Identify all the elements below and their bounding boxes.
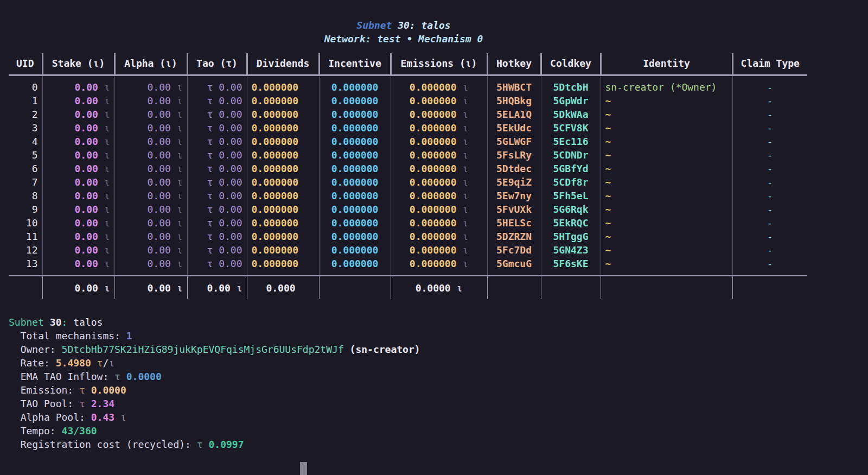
cell-claim-type: -: [732, 107, 807, 121]
cell-coldkey: 5CDf8r: [541, 175, 601, 189]
cell-emissions: 0.000000 ι: [391, 257, 487, 276]
cell-coldkey: 5HTggG: [541, 230, 601, 243]
total-hotkey: [487, 276, 541, 299]
cell-dividends: 0.000000: [247, 202, 319, 216]
subnet-summary: Subnet 30: talos Total mechanisms: 1 Own…: [9, 315, 868, 451]
cell-dividends: 0.000000: [247, 107, 319, 121]
terminal-cursor[interactable]: [300, 462, 307, 475]
cell-coldkey: 5GpWdr: [541, 94, 601, 107]
cell-coldkey: 5Fh5eL: [541, 189, 601, 202]
cell-incentive: 0.000000: [319, 75, 391, 94]
cell-hotkey: 5ELA1Q: [487, 107, 541, 121]
cell-tao: τ 0.00: [187, 148, 247, 162]
cell-coldkey: 5F6sKE: [541, 257, 601, 276]
cell-alpha: 0.00 ι: [114, 230, 187, 243]
cell-stake: 0.00 ι: [42, 175, 114, 189]
cell-emissions: 0.000000 ι: [391, 230, 487, 243]
cell-tao: τ 0.00: [187, 121, 247, 135]
total-uid: [9, 276, 42, 299]
cell-identity: ~: [601, 189, 732, 202]
cell-incentive: 0.000000: [319, 135, 391, 148]
cell-incentive: 0.000000: [319, 107, 391, 121]
cell-stake: 0.00 ι: [42, 189, 114, 202]
cell-uid: 11: [9, 230, 42, 243]
cell-hotkey: 5Fc7Dd: [487, 243, 541, 257]
cell-dividends: 0.000000: [247, 94, 319, 107]
total-dividends: 0.000: [247, 276, 319, 299]
cell-incentive: 0.000000: [319, 148, 391, 162]
cell-uid: 13: [9, 257, 42, 276]
cell-dividends: 0.000000: [247, 189, 319, 202]
cell-stake: 0.00 ι: [42, 230, 114, 243]
total-stake: 0.00 ι: [42, 276, 114, 299]
cell-emissions: 0.000000 ι: [391, 202, 487, 216]
table-row: 100.00 ι0.00 ιτ 0.000.0000000.0000000.00…: [9, 216, 807, 230]
cell-tao: τ 0.00: [187, 94, 247, 107]
cell-incentive: 0.000000: [319, 162, 391, 175]
cell-claim-type: -: [732, 148, 807, 162]
cell-tao: τ 0.00: [187, 257, 247, 276]
cell-identity: ~: [601, 94, 732, 107]
column-header-tao: Tao (τ): [187, 53, 247, 75]
cell-coldkey: 5CDNDr: [541, 148, 601, 162]
cell-uid: 12: [9, 243, 42, 257]
cell-incentive: 0.000000: [319, 202, 391, 216]
cell-hotkey: 5GLWGF: [487, 135, 541, 148]
table-row: 40.00 ι0.00 ιτ 0.000.0000000.0000000.000…: [9, 135, 807, 148]
cell-alpha: 0.00 ι: [114, 121, 187, 135]
column-header-hotkey: Hotkey: [487, 53, 541, 75]
cell-emissions: 0.000000 ι: [391, 94, 487, 107]
cell-claim-type: -: [732, 202, 807, 216]
table-row: 80.00 ι0.00 ιτ 0.000.0000000.0000000.000…: [9, 189, 807, 202]
cell-identity: ~: [601, 121, 732, 135]
cell-alpha: 0.00 ι: [114, 202, 187, 216]
cell-coldkey: 5Ec116: [541, 135, 601, 148]
cell-alpha: 0.00 ι: [114, 175, 187, 189]
cell-tao: τ 0.00: [187, 107, 247, 121]
cell-identity: sn-creator (*Owner): [601, 75, 732, 94]
table-row: 30.00 ι0.00 ιτ 0.000.0000000.0000000.000…: [9, 121, 807, 135]
cell-claim-type: -: [732, 135, 807, 148]
cell-incentive: 0.000000: [319, 121, 391, 135]
summary-line-ema-tao-inflow: EMA TAO Inflow: τ 0.0000: [9, 370, 868, 383]
cell-coldkey: 5EkRQC: [541, 216, 601, 230]
cell-dividends: 0.000000: [247, 216, 319, 230]
terminal-screen[interactable]: Subnet 30: talos Network: test • Mechani…: [0, 0, 868, 475]
column-header-uid: UID: [9, 53, 42, 75]
cell-tao: τ 0.00: [187, 202, 247, 216]
cell-stake: 0.00 ι: [42, 135, 114, 148]
table-row: 20.00 ι0.00 ιτ 0.000.0000000.0000000.000…: [9, 107, 807, 121]
cell-emissions: 0.000000 ι: [391, 189, 487, 202]
cell-stake: 0.00 ι: [42, 162, 114, 175]
cell-dividends: 0.000000: [247, 243, 319, 257]
cell-coldkey: 5DtcbH: [541, 75, 601, 94]
cell-uid: 6: [9, 162, 42, 175]
summary-line-emission: Emission: τ 0.0000: [9, 383, 868, 397]
cell-emissions: 0.000000 ι: [391, 175, 487, 189]
table-row: 130.00 ι0.00 ιτ 0.000.0000000.0000000.00…: [9, 257, 807, 276]
cell-tao: τ 0.00: [187, 243, 247, 257]
cell-tao: τ 0.00: [187, 230, 247, 243]
cell-stake: 0.00 ι: [42, 121, 114, 135]
cell-hotkey: 5GmcuG: [487, 257, 541, 276]
cell-coldkey: 5GBfYd: [541, 162, 601, 175]
title-subnet-word: Subnet: [356, 20, 398, 31]
column-header-identity: Identity: [601, 53, 732, 75]
cell-hotkey: 5FvUXk: [487, 202, 541, 216]
cell-claim-type: -: [732, 75, 807, 94]
cell-identity: ~: [601, 175, 732, 189]
summary-line-registration-cost: Registration cost (recycled): τ 0.0997: [9, 438, 868, 451]
cell-identity: ~: [601, 216, 732, 230]
cell-dividends: 0.000000: [247, 121, 319, 135]
cell-identity: ~: [601, 202, 732, 216]
cell-stake: 0.00 ι: [42, 148, 114, 162]
subnet-title: Subnet 30: talos Network: test • Mechani…: [0, 18, 807, 46]
cell-hotkey: 5EkUdc: [487, 121, 541, 135]
cell-dividends: 0.000000: [247, 175, 319, 189]
cell-incentive: 0.000000: [319, 216, 391, 230]
cell-dividends: 0.000000: [247, 75, 319, 94]
cell-tao: τ 0.00: [187, 189, 247, 202]
cell-claim-type: -: [732, 216, 807, 230]
table-row: 110.00 ι0.00 ιτ 0.000.0000000.0000000.00…: [9, 230, 807, 243]
cell-alpha: 0.00 ι: [114, 243, 187, 257]
